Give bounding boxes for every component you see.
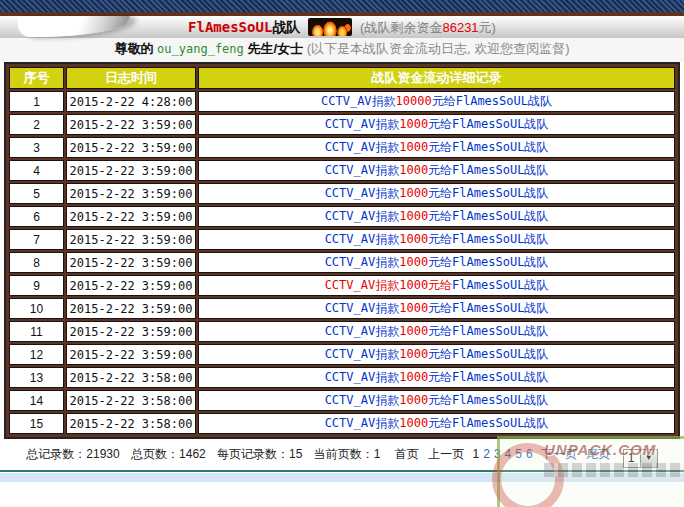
record-cell: CCTV_AV捐款1000元给FlAmesSoUL战队 bbox=[198, 367, 675, 388]
page-number-link[interactable]: 4 bbox=[505, 447, 512, 461]
record-text-segment: CCTV_AV捐款 bbox=[321, 94, 396, 108]
first-page-link[interactable]: 首页 bbox=[395, 447, 419, 461]
page-number-link[interactable]: 3 bbox=[494, 447, 501, 461]
record-text-segment: CCTV_AV捐款 bbox=[325, 278, 400, 292]
record-text-segment: 元给 bbox=[428, 278, 452, 292]
per-page-value: 15 bbox=[289, 447, 302, 461]
record-cell: CCTV_AV捐款1000元给FlAmesSoUL战队 bbox=[198, 344, 675, 365]
row-number-cell: 3 bbox=[9, 137, 64, 158]
column-header: 序号 bbox=[9, 67, 64, 89]
record-cell: CCTV_AV捐款1000元给FlAmesSoUL战队 bbox=[198, 114, 675, 135]
record-cell: CCTV_AV捐款10000元给FlAmesSoUL战队 bbox=[198, 91, 675, 112]
record-text-segment: 1000 bbox=[399, 163, 428, 177]
row-number-cell: 10 bbox=[9, 298, 64, 319]
column-header: 日志时间 bbox=[66, 67, 196, 89]
record-cell: CCTV_AV捐款1000元给FlAmesSoUL战队 bbox=[198, 321, 675, 342]
record-text-segment: 元给FlAmesSoUL战队 bbox=[428, 232, 548, 246]
record-cell: CCTV_AV捐款1000元给FlAmesSoUL战队 bbox=[198, 413, 675, 434]
table-row: 82015-2-22 3:59:00CCTV_AV捐款1000元给FlAmesS… bbox=[9, 252, 675, 273]
table-row: 142015-2-22 3:58:00CCTV_AV捐款1000元给FlAmes… bbox=[9, 390, 675, 411]
row-number-cell: 1 bbox=[9, 91, 64, 112]
record-text-segment: 1000 bbox=[399, 186, 428, 200]
page-number-link[interactable]: 6 bbox=[526, 447, 533, 461]
log-time-cell: 2015-2-22 3:58:00 bbox=[66, 367, 196, 388]
record-text-segment: CCTV_AV捐款 bbox=[325, 301, 400, 315]
record-cell: CCTV_AV捐款1000元给FlAmesSoUL战队 bbox=[198, 252, 675, 273]
log-time-cell: 2015-2-22 3:58:00 bbox=[66, 413, 196, 434]
record-text-segment: CCTV_AV捐款 bbox=[325, 140, 400, 154]
table-row: 92015-2-22 3:59:00CCTV_AV捐款1000元给FlAmesS… bbox=[9, 275, 675, 296]
record-text-segment: FlAmesSoUL战队 bbox=[452, 278, 548, 292]
record-cell: CCTV_AV捐款1000元给FlAmesSoUL战队 bbox=[198, 298, 675, 319]
funds-amount: 86231 bbox=[442, 20, 478, 35]
team-suffix: 战队 bbox=[272, 19, 300, 35]
page-number-link[interactable]: 2 bbox=[483, 447, 490, 461]
record-text-segment: 1000 bbox=[399, 255, 428, 269]
current-page-value: 1 bbox=[374, 447, 381, 461]
log-time-cell: 2015-2-22 3:59:00 bbox=[66, 275, 196, 296]
record-text-segment: 元给FlAmesSoUL战队 bbox=[428, 186, 548, 200]
table-row: 52015-2-22 3:59:00CCTV_AV捐款1000元给FlAmesS… bbox=[9, 183, 675, 204]
log-time-cell: 2015-2-22 4:28:00 bbox=[66, 91, 196, 112]
total-pages-value: 1462 bbox=[179, 447, 206, 461]
page-number-current: 1 bbox=[473, 447, 480, 461]
table-row: 132015-2-22 3:58:00CCTV_AV捐款1000元给FlAmes… bbox=[9, 367, 675, 388]
greeting-honorific: 先生/女士 bbox=[244, 41, 303, 56]
record-text-segment: 元给FlAmesSoUL战队 bbox=[428, 255, 548, 269]
record-text-segment: 1000 bbox=[399, 416, 428, 430]
record-cell: CCTV_AV捐款1000元给FlAmesSoUL战队 bbox=[198, 206, 675, 227]
record-text-segment: 1000 bbox=[399, 232, 428, 246]
record-cell: CCTV_AV捐款1000元给FlAmesSoUL战队 bbox=[198, 275, 675, 296]
record-text-segment: CCTV_AV捐款 bbox=[325, 163, 400, 177]
row-number-cell: 15 bbox=[9, 413, 64, 434]
row-number-cell: 4 bbox=[9, 160, 64, 181]
table-header-row: 序号日志时间战队资金流动详细记录 bbox=[9, 67, 675, 89]
record-text-segment: CCTV_AV捐款 bbox=[325, 347, 400, 361]
record-text-segment: CCTV_AV捐款 bbox=[325, 209, 400, 223]
total-pages-label: 总页数： bbox=[131, 447, 179, 461]
record-text-segment: 1000 bbox=[399, 347, 428, 361]
greeting-bar: 尊敬的 ou_yang_feng 先生/女士 (以下是本战队资金流动日志, 欢迎… bbox=[0, 38, 684, 62]
record-text-segment: 元给FlAmesSoUL战队 bbox=[428, 209, 548, 223]
record-text-segment: CCTV_AV捐款 bbox=[325, 232, 400, 246]
log-time-cell: 2015-2-22 3:59:00 bbox=[66, 137, 196, 158]
record-text-segment: CCTV_AV捐款 bbox=[325, 370, 400, 384]
record-text-segment: 元给FlAmesSoUL战队 bbox=[428, 117, 548, 131]
row-number-cell: 13 bbox=[9, 367, 64, 388]
log-time-cell: 2015-2-22 3:59:00 bbox=[66, 344, 196, 365]
record-text-segment: 1000 bbox=[399, 140, 428, 154]
record-text-segment: 1000 bbox=[399, 117, 428, 131]
table-row: 112015-2-22 3:59:00CCTV_AV捐款1000元给FlAmes… bbox=[9, 321, 675, 342]
footer-blue-strip bbox=[0, 472, 684, 482]
log-time-cell: 2015-2-22 3:59:00 bbox=[66, 206, 196, 227]
team-name: FlAmesSoUL bbox=[188, 19, 272, 35]
row-number-cell: 5 bbox=[9, 183, 64, 204]
page-select-dropdown[interactable]: 1▼ bbox=[623, 449, 658, 468]
last-page-link[interactable]: 尾页 bbox=[586, 447, 610, 461]
log-time-cell: 2015-2-22 3:59:00 bbox=[66, 252, 196, 273]
chevron-down-icon[interactable]: ▼ bbox=[640, 450, 657, 467]
current-page-label: 当前页数： bbox=[314, 447, 374, 461]
page-select-value: 1 bbox=[628, 450, 640, 467]
table-row: 22015-2-22 3:59:00CCTV_AV捐款1000元给FlAmesS… bbox=[9, 114, 675, 135]
next-page-link[interactable]: 下一页 bbox=[541, 447, 577, 461]
prev-page-link[interactable]: 上一页 bbox=[428, 447, 464, 461]
record-text-segment: 10000 bbox=[396, 94, 432, 108]
record-text-segment: CCTV_AV捐款 bbox=[325, 117, 400, 131]
log-time-cell: 2015-2-22 3:59:00 bbox=[66, 114, 196, 135]
row-number-cell: 12 bbox=[9, 344, 64, 365]
row-number-cell: 7 bbox=[9, 229, 64, 250]
funds-suffix: 元) bbox=[479, 20, 496, 35]
page-number-link[interactable]: 5 bbox=[515, 447, 522, 461]
record-text-segment: 元给FlAmesSoUL战队 bbox=[428, 416, 548, 430]
record-text-segment: 1000 bbox=[399, 393, 428, 407]
table-row: 12015-2-22 4:28:00CCTV_AV捐款10000元给FlAmes… bbox=[9, 91, 675, 112]
record-text-segment: 1000 bbox=[399, 278, 428, 292]
top-navy-bar bbox=[0, 0, 684, 12]
record-text-segment: CCTV_AV捐款 bbox=[325, 393, 400, 407]
record-cell: CCTV_AV捐款1000元给FlAmesSoUL战队 bbox=[198, 229, 675, 250]
log-time-cell: 2015-2-22 3:59:00 bbox=[66, 183, 196, 204]
log-time-cell: 2015-2-22 3:59:00 bbox=[66, 229, 196, 250]
row-number-cell: 11 bbox=[9, 321, 64, 342]
greeting-prefix: 尊敬的 bbox=[114, 41, 157, 56]
